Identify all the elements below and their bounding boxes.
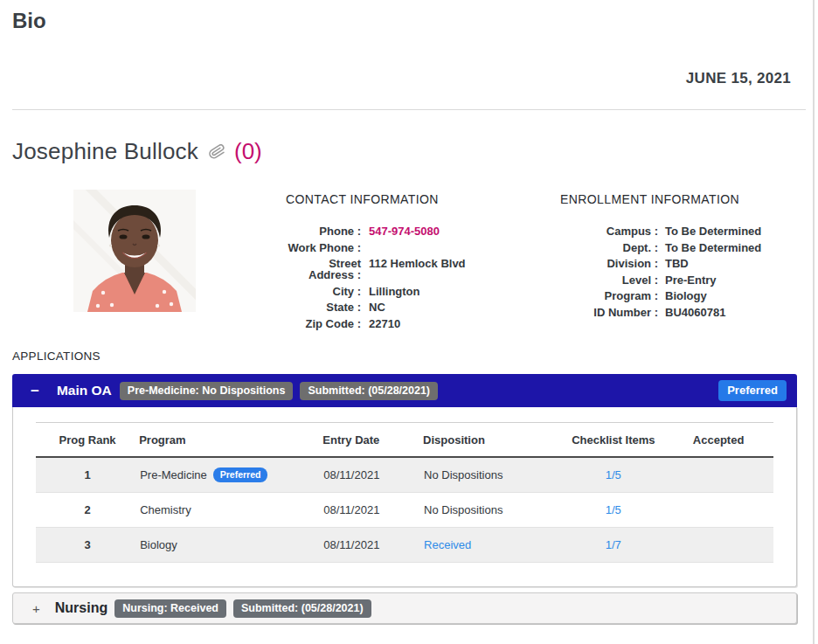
preferred-badge: Preferred	[213, 467, 268, 482]
application-main-oa-panel: Prog Rank Program Entry Date Disposition…	[12, 407, 797, 587]
disposition-link[interactable]: Received	[424, 538, 471, 551]
page-title: Bio	[12, 9, 46, 33]
status-badge: Nursing: Received	[114, 599, 226, 618]
table-row: 2 Chemistry 08/11/2021 No Dispositions 1…	[36, 492, 773, 527]
enrollment-info-heading: ENROLLMENT INFORMATION	[560, 192, 803, 206]
application-title: Main OA	[57, 383, 112, 398]
cell-accepted	[663, 527, 773, 562]
attachments-count-link[interactable]: (0)	[234, 138, 262, 165]
field-value: To Be Determined	[665, 242, 761, 253]
field-value: 112 Hemlock Blvd	[369, 258, 466, 280]
contact-info-heading: CONTACT INFORMATION	[286, 192, 529, 206]
field-value: NC	[369, 301, 385, 313]
enrollment-field-campus: Campus : To Be Determined	[560, 225, 803, 237]
programs-table: Prog Rank Program Entry Date Disposition…	[36, 422, 773, 563]
cell-prog-rank: 1	[36, 457, 139, 492]
header-divider	[12, 109, 806, 110]
field-label: Division :	[560, 258, 665, 269]
field-label: ID Number :	[560, 307, 665, 318]
collapse-icon[interactable]: −	[31, 384, 39, 398]
profile-section: CONTACT INFORMATION Phone : 547-974-5080…	[73, 190, 803, 334]
field-value: Pre-Entry	[665, 274, 717, 286]
student-name: Josephine Bullock	[12, 138, 198, 165]
phone-link[interactable]: 547-974-5080	[369, 225, 440, 237]
col-header-checklist-items: Checklist Items	[563, 423, 663, 458]
cell-entry-date: 08/11/2021	[322, 492, 423, 527]
status-badge: Pre-Medicine: No Dispositions	[120, 382, 294, 400]
field-label: State :	[286, 301, 369, 313]
submitted-badge: Submitted: (05/28/2021)	[300, 382, 438, 400]
application-main-oa-header[interactable]: − Main OA Pre-Medicine: No Dispositions …	[12, 374, 797, 407]
field-label: Work Phone :	[286, 242, 369, 253]
field-value: Lillington	[369, 286, 419, 297]
cell-disposition: No Dispositions	[423, 492, 563, 527]
contact-field-zip: Zip Code : 22710	[286, 318, 529, 329]
checklist-link[interactable]: 1/5	[606, 503, 621, 516]
field-label: City :	[286, 286, 369, 297]
col-header-entry-date: Entry Date	[322, 423, 423, 458]
contact-information: CONTACT INFORMATION Phone : 547-974-5080…	[286, 190, 529, 334]
contact-field-phone: Phone : 547-974-5080	[286, 225, 529, 237]
contact-field-city: City : Lillington	[286, 286, 529, 297]
col-header-program: Program	[139, 423, 322, 458]
field-value: BU4060781	[665, 307, 725, 318]
enrollment-information: ENROLLMENT INFORMATION Campus : To Be De…	[560, 190, 803, 334]
enrollment-field-division: Division : TBD	[560, 258, 803, 269]
contact-field-state: State : NC	[286, 301, 529, 313]
cell-program: Chemistry	[139, 492, 322, 527]
table-row: 3 Biology 08/11/2021 Received 1/7	[36, 527, 773, 562]
enrollment-field-dept: Dept. : To Be Determined	[560, 242, 803, 253]
cell-disposition: No Dispositions	[423, 457, 563, 492]
cell-prog-rank: 2	[36, 492, 139, 527]
cell-accepted	[663, 457, 773, 492]
field-label: Program :	[560, 290, 665, 301]
bio-page: Bio JUNE 15, 2021 Josephine Bullock (0)	[0, 0, 818, 644]
cell-program: Biology	[139, 527, 322, 562]
cell-entry-date: 08/11/2021	[322, 527, 423, 562]
cell-checklist: 1/5	[563, 457, 663, 492]
enrollment-field-level: Level : Pre-Entry	[560, 274, 803, 286]
application-title: Nursing	[55, 600, 107, 616]
program-name: Pre-Medicine	[140, 468, 207, 481]
enrollment-field-program: Program : Biology	[560, 290, 803, 301]
field-label: Zip Code :	[286, 318, 369, 329]
page-right-border	[813, 0, 815, 644]
cell-program: Pre-MedicinePreferred	[139, 457, 322, 492]
col-header-accepted: Accepted	[663, 423, 773, 458]
table-header-row: Prog Rank Program Entry Date Disposition…	[36, 423, 773, 458]
field-label: Level :	[560, 274, 665, 286]
enrollment-field-id: ID Number : BU4060781	[560, 307, 803, 318]
contact-field-work-phone: Work Phone :	[286, 242, 529, 253]
field-label: Dept. :	[560, 242, 665, 253]
preferred-badge: Preferred	[718, 380, 787, 401]
cell-disposition: Received	[423, 527, 563, 562]
report-date: JUNE 15, 2021	[686, 70, 791, 87]
field-label: Street Address :	[286, 258, 369, 280]
field-value: 22710	[369, 318, 400, 329]
field-value: TBD	[665, 258, 689, 269]
student-photo	[73, 190, 196, 312]
field-value: To Be Determined	[665, 225, 761, 237]
paperclip-icon[interactable]	[209, 143, 225, 163]
field-value: Biology	[665, 290, 707, 301]
applications-accordion: − Main OA Pre-Medicine: No Dispositions …	[12, 374, 797, 624]
student-name-row: Josephine Bullock (0)	[12, 138, 262, 165]
cell-checklist: 1/5	[563, 492, 663, 527]
col-header-disposition: Disposition	[423, 423, 563, 458]
contact-field-street: Street Address : 112 Hemlock Blvd	[286, 258, 529, 280]
applications-heading: APPLICATIONS	[12, 350, 101, 363]
table-row: 1 Pre-MedicinePreferred 08/11/2021 No Di…	[36, 457, 773, 492]
cell-accepted	[663, 492, 773, 527]
cell-prog-rank: 3	[36, 527, 139, 562]
application-nursing-header[interactable]: + Nursing Nursing: Received Submitted: (…	[12, 592, 797, 624]
expand-icon[interactable]: +	[32, 602, 40, 615]
col-header-prog-rank: Prog Rank	[36, 423, 139, 458]
field-label: Campus :	[560, 225, 665, 237]
submitted-badge: Submitted: (05/28/2021)	[233, 599, 371, 618]
checklist-link[interactable]: 1/5	[606, 468, 621, 481]
checklist-link[interactable]: 1/7	[606, 538, 621, 551]
field-label: Phone :	[286, 225, 369, 237]
cell-checklist: 1/7	[563, 527, 663, 562]
cell-entry-date: 08/11/2021	[322, 457, 423, 492]
